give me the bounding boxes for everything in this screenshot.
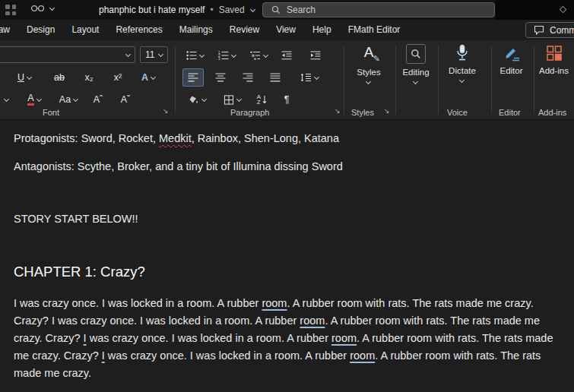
- chevron-down-icon: [201, 97, 208, 102]
- tab-draw[interactable]: Draw: [0, 20, 18, 40]
- doc-text-grammar[interactable]: room: [262, 297, 287, 309]
- addins-button[interactable]: Add-ins: [534, 44, 574, 75]
- doc-text[interactable]: , Rainbox, Shen-Long, Katana: [192, 132, 339, 144]
- app-menu-icon[interactable]: [5, 5, 16, 15]
- tab-mailings[interactable]: Mailings: [171, 20, 221, 40]
- multilevel-list-button[interactable]: [245, 46, 274, 65]
- chevron-down-icon: [199, 53, 205, 58]
- superscript-button[interactable]: x²: [105, 68, 131, 87]
- font-color-button[interactable]: A: [20, 90, 50, 109]
- font-dialog-launcher[interactable]: ↘: [163, 107, 169, 115]
- chevron-down-icon: [314, 75, 320, 80]
- doc-heading[interactable]: CHAPTER 1: Crazy?: [14, 262, 562, 283]
- font-size-combobox[interactable]: 11: [140, 46, 168, 63]
- align-left-button[interactable]: [182, 68, 204, 87]
- chevron-down-icon: [366, 80, 372, 84]
- doc-text[interactable]: was crazy once. I was locked in a room. …: [105, 349, 350, 362]
- styles-button-label: Styles: [357, 68, 380, 77]
- doc-text[interactable]: I was crazy once. I was locked in a room…: [14, 297, 262, 309]
- doc-text[interactable]: Protagonists: Sword, Rocket,: [14, 132, 159, 144]
- doc-text[interactable]: Antagonists: Scythe, Broker, and a tiny …: [14, 160, 343, 172]
- line-spacing-button[interactable]: [295, 68, 325, 87]
- document-title-text: phanphic but i hate myself: [99, 5, 205, 15]
- grow-font-button[interactable]: Aˆ: [87, 90, 109, 109]
- align-right-button[interactable]: [237, 68, 258, 87]
- svg-text:3: 3: [218, 57, 220, 60]
- quick-access-toolbar[interactable]: [30, 4, 55, 13]
- shading-button[interactable]: [182, 90, 213, 109]
- microphone-icon: [456, 44, 468, 62]
- change-case-button[interactable]: Aa: [55, 90, 84, 109]
- styles-icon: A✎: [359, 44, 379, 64]
- align-center-button[interactable]: [210, 68, 231, 87]
- doc-paragraph[interactable]: I was crazy once. I was locked in a room…: [14, 295, 562, 382]
- doc-paragraph[interactable]: Antagonists: Scythe, Broker, and a tiny …: [14, 159, 562, 175]
- bullets-button[interactable]: [181, 46, 210, 65]
- doc-text[interactable]: was crazy once. I was locked in a room. …: [87, 332, 331, 344]
- chevron-down-icon: [413, 80, 419, 84]
- find-icon: [411, 49, 421, 59]
- justify-button[interactable]: [265, 68, 286, 87]
- doc-text-grammar[interactable]: room: [350, 349, 375, 362]
- tab-review[interactable]: Review: [221, 20, 268, 40]
- voice-group-label: Voice: [447, 108, 468, 117]
- tab-view[interactable]: View: [268, 20, 304, 40]
- borders-button[interactable]: [217, 90, 248, 109]
- subscript-button[interactable]: x₂: [76, 68, 102, 87]
- sort-button[interactable]: A Z: [251, 90, 274, 109]
- text-effects-button[interactable]: A: [134, 68, 164, 87]
- numbered-list-icon: 1 2 3: [218, 51, 229, 60]
- editor-button[interactable]: Editor: [490, 44, 532, 75]
- underline-button[interactable]: U: [11, 68, 40, 87]
- chevron-down-icon: [236, 97, 243, 102]
- editor-pencil-icon: [503, 44, 521, 62]
- ribbon: 11 U ab x₂ x² A A Aa: [0, 40, 574, 120]
- tab-help[interactable]: Help: [304, 20, 340, 40]
- tab-layout[interactable]: Layout: [63, 20, 107, 40]
- paint-bucket-icon: [189, 95, 199, 105]
- ribbon-tabs: Draw Design Layout References Mailings R…: [0, 20, 574, 40]
- strikethrough-button[interactable]: ab: [46, 68, 73, 87]
- addins-grid-icon: [546, 44, 563, 62]
- doc-paragraph[interactable]: STORY START BELOW!!: [14, 211, 562, 227]
- doc-text-grammar[interactable]: room: [300, 315, 325, 327]
- chevron-down-icon: [231, 53, 237, 58]
- document-title[interactable]: phanphic but i hate myself • Saved: [99, 0, 256, 20]
- quick-access-icon: [30, 4, 46, 13]
- editor-group-label: Editor: [499, 108, 521, 117]
- shrink-font-button[interactable]: Aˇ: [114, 90, 137, 109]
- show-formatting-button[interactable]: ¶: [277, 90, 297, 109]
- decrease-indent-button[interactable]: [277, 46, 297, 65]
- comments-button[interactable]: Comments: [525, 22, 574, 38]
- search-input[interactable]: Search: [262, 2, 495, 17]
- doc-text-spell[interactable]: Medkit: [159, 132, 192, 144]
- ribbon-options-icon[interactable]: [560, 6, 566, 13]
- chevron-down-icon: [27, 75, 33, 80]
- editing-button[interactable]: Editing: [396, 44, 436, 84]
- tab-fmath-editor[interactable]: FMath Editor: [340, 20, 409, 40]
- text-highlight-button-clipped[interactable]: [0, 90, 14, 109]
- group-divider: [344, 46, 344, 114]
- chevron-down-icon: [36, 97, 43, 102]
- doc-paragraph[interactable]: Protagonists: Sword, Rocket, Medkit, Rai…: [14, 131, 562, 147]
- dictate-button-label: Dictate: [449, 66, 476, 75]
- doc-text[interactable]: STORY START BELOW!!: [14, 213, 138, 225]
- paragraph-dialog-launcher[interactable]: ↘: [335, 107, 341, 115]
- bullet-list-icon: [186, 51, 197, 60]
- doc-text[interactable]: CHAPTER 1: Crazy?: [14, 264, 145, 280]
- doc-text-grammar[interactable]: room: [331, 332, 357, 344]
- increase-indent-icon: [310, 51, 321, 60]
- chevron-down-icon: [263, 53, 269, 58]
- increase-indent-button[interactable]: [306, 46, 325, 65]
- tab-design[interactable]: Design: [18, 20, 63, 40]
- styles-button[interactable]: A✎ Styles: [347, 44, 391, 84]
- chevron-down-icon: [151, 75, 157, 80]
- tab-references[interactable]: References: [107, 20, 170, 40]
- document-canvas[interactable]: Protagonists: Sword, Rocket, Medkit, Rai…: [0, 120, 574, 392]
- search-icon: [271, 5, 281, 14]
- numbering-button[interactable]: 1 2 3: [213, 46, 242, 65]
- font-name-combobox[interactable]: [0, 46, 135, 63]
- document-content[interactable]: Protagonists: Sword, Rocket, Medkit, Rai…: [14, 131, 562, 382]
- styles-dialog-launcher[interactable]: ↘: [384, 107, 390, 115]
- dictate-button[interactable]: Dictate: [439, 44, 485, 83]
